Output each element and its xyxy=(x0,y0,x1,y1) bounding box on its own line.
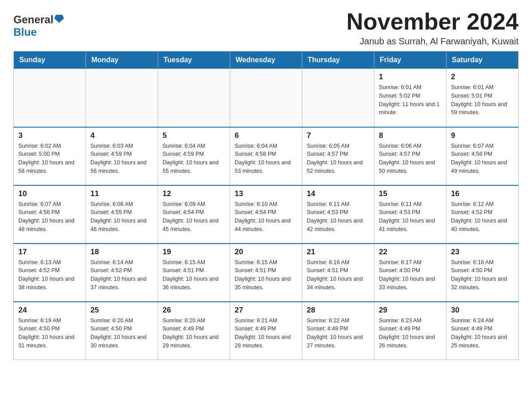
day-number: 14 xyxy=(307,189,369,198)
calendar-day-cell: 27Sunrise: 6:21 AMSunset: 4:49 PMDayligh… xyxy=(230,302,302,360)
day-number: 2 xyxy=(451,73,514,81)
calendar-week-row: 1Sunrise: 6:01 AMSunset: 5:02 PMDaylight… xyxy=(14,69,519,127)
calendar-day-cell: 15Sunrise: 6:11 AMSunset: 4:53 PMDayligh… xyxy=(374,185,446,244)
day-number: 5 xyxy=(163,131,225,140)
calendar-day-cell: 10Sunrise: 6:07 AMSunset: 4:56 PMDayligh… xyxy=(14,185,86,244)
day-info: Sunrise: 6:10 AMSunset: 4:54 PMDaylight:… xyxy=(235,200,297,234)
day-info: Sunrise: 6:02 AMSunset: 5:00 PMDaylight:… xyxy=(18,142,81,176)
day-info: Sunrise: 6:04 AMSunset: 4:58 PMDaylight:… xyxy=(235,142,297,176)
calendar-week-row: 10Sunrise: 6:07 AMSunset: 4:56 PMDayligh… xyxy=(14,185,519,244)
calendar-day-cell xyxy=(86,69,158,127)
calendar-day-cell: 1Sunrise: 6:01 AMSunset: 5:02 PMDaylight… xyxy=(374,69,446,127)
day-info: Sunrise: 6:07 AMSunset: 4:56 PMDaylight:… xyxy=(18,200,81,234)
calendar-week-row: 3Sunrise: 6:02 AMSunset: 5:00 PMDaylight… xyxy=(14,127,519,185)
day-number: 9 xyxy=(451,131,514,140)
day-number: 25 xyxy=(90,306,153,315)
calendar-day-cell: 19Sunrise: 6:15 AMSunset: 4:51 PMDayligh… xyxy=(158,244,230,302)
day-number: 24 xyxy=(18,306,81,315)
calendar-day-cell: 22Sunrise: 6:17 AMSunset: 4:50 PMDayligh… xyxy=(374,244,446,302)
day-info: Sunrise: 6:14 AMSunset: 4:52 PMDaylight:… xyxy=(90,258,153,292)
calendar-day-cell xyxy=(14,69,86,127)
calendar-day-cell: 24Sunrise: 6:19 AMSunset: 4:50 PMDayligh… xyxy=(14,302,86,360)
calendar-table: SundayMondayTuesdayWednesdayThursdayFrid… xyxy=(13,51,519,360)
calendar-day-cell: 29Sunrise: 6:23 AMSunset: 4:49 PMDayligh… xyxy=(374,302,446,360)
day-info: Sunrise: 6:03 AMSunset: 4:59 PMDaylight:… xyxy=(90,142,153,176)
day-number: 23 xyxy=(451,248,514,257)
day-number: 16 xyxy=(451,189,514,198)
calendar-day-header: Sunday xyxy=(14,51,86,69)
day-number: 22 xyxy=(379,248,442,257)
calendar-day-header: Friday xyxy=(374,51,446,69)
month-title: November 2024 xyxy=(347,9,519,34)
calendar-day-cell: 18Sunrise: 6:14 AMSunset: 4:52 PMDayligh… xyxy=(86,244,158,302)
day-number: 28 xyxy=(307,306,369,315)
day-info: Sunrise: 6:08 AMSunset: 4:55 PMDaylight:… xyxy=(90,200,153,234)
day-info: Sunrise: 6:15 AMSunset: 4:51 PMDaylight:… xyxy=(163,258,225,292)
day-number: 6 xyxy=(235,131,297,140)
page-header: General Blue November 2024 Janub as Surr… xyxy=(13,9,519,47)
day-number: 30 xyxy=(451,306,514,315)
calendar-day-header: Monday xyxy=(86,51,158,69)
calendar-day-cell: 13Sunrise: 6:10 AMSunset: 4:54 PMDayligh… xyxy=(230,185,302,244)
day-info: Sunrise: 6:15 AMSunset: 4:51 PMDaylight:… xyxy=(235,258,297,292)
logo-blue-text: Blue xyxy=(13,26,37,39)
calendar-day-cell: 17Sunrise: 6:13 AMSunset: 4:52 PMDayligh… xyxy=(14,244,86,302)
day-info: Sunrise: 6:04 AMSunset: 4:59 PMDaylight:… xyxy=(163,142,225,176)
calendar-day-cell: 30Sunrise: 6:24 AMSunset: 4:49 PMDayligh… xyxy=(446,302,519,360)
day-info: Sunrise: 6:24 AMSunset: 4:49 PMDaylight:… xyxy=(451,317,514,350)
svg-marker-0 xyxy=(54,15,64,23)
calendar-day-cell: 8Sunrise: 6:06 AMSunset: 4:57 PMDaylight… xyxy=(374,127,446,185)
day-info: Sunrise: 6:07 AMSunset: 4:56 PMDaylight:… xyxy=(451,142,514,176)
day-info: Sunrise: 6:13 AMSunset: 4:52 PMDaylight:… xyxy=(18,258,81,292)
location-title: Janub as Surrah, Al Farwaniyah, Kuwait xyxy=(347,36,519,47)
calendar-day-cell xyxy=(158,69,230,127)
day-info: Sunrise: 6:01 AMSunset: 5:01 PMDaylight:… xyxy=(451,83,514,117)
day-number: 7 xyxy=(307,131,369,140)
day-info: Sunrise: 6:23 AMSunset: 4:49 PMDaylight:… xyxy=(379,317,442,350)
calendar-day-cell: 26Sunrise: 6:20 AMSunset: 4:49 PMDayligh… xyxy=(158,302,230,360)
calendar-header-row: SundayMondayTuesdayWednesdayThursdayFrid… xyxy=(14,51,519,69)
calendar-day-header: Wednesday xyxy=(230,51,302,69)
calendar-day-header: Saturday xyxy=(446,51,519,69)
calendar-day-cell: 6Sunrise: 6:04 AMSunset: 4:58 PMDaylight… xyxy=(230,127,302,185)
logo-general-text: General xyxy=(13,13,53,26)
title-block: November 2024 Janub as Surrah, Al Farwan… xyxy=(347,9,519,47)
day-info: Sunrise: 6:20 AMSunset: 4:49 PMDaylight:… xyxy=(163,317,225,350)
day-info: Sunrise: 6:01 AMSunset: 5:02 PMDaylight:… xyxy=(379,83,442,117)
day-info: Sunrise: 6:22 AMSunset: 4:49 PMDaylight:… xyxy=(307,317,369,350)
day-number: 12 xyxy=(163,189,225,198)
calendar-day-cell xyxy=(302,69,374,127)
day-info: Sunrise: 6:06 AMSunset: 4:57 PMDaylight:… xyxy=(379,142,442,176)
calendar-day-cell: 21Sunrise: 6:16 AMSunset: 4:51 PMDayligh… xyxy=(302,244,374,302)
calendar-day-header: Tuesday xyxy=(158,51,230,69)
day-number: 18 xyxy=(90,248,153,257)
day-number: 13 xyxy=(235,189,297,198)
day-info: Sunrise: 6:17 AMSunset: 4:50 PMDaylight:… xyxy=(379,258,442,292)
day-info: Sunrise: 6:12 AMSunset: 4:52 PMDaylight:… xyxy=(451,200,514,234)
logo: General Blue xyxy=(13,9,64,39)
logo-arrow-icon xyxy=(54,14,64,24)
calendar-day-cell: 16Sunrise: 6:12 AMSunset: 4:52 PMDayligh… xyxy=(446,185,519,244)
day-info: Sunrise: 6:20 AMSunset: 4:50 PMDaylight:… xyxy=(90,317,153,350)
calendar-week-row: 24Sunrise: 6:19 AMSunset: 4:50 PMDayligh… xyxy=(14,302,519,360)
calendar-day-cell: 14Sunrise: 6:11 AMSunset: 4:53 PMDayligh… xyxy=(302,185,374,244)
calendar-day-cell: 12Sunrise: 6:09 AMSunset: 4:54 PMDayligh… xyxy=(158,185,230,244)
day-number: 21 xyxy=(307,248,369,257)
day-number: 29 xyxy=(379,306,442,315)
calendar-day-cell: 4Sunrise: 6:03 AMSunset: 4:59 PMDaylight… xyxy=(86,127,158,185)
day-number: 1 xyxy=(379,73,442,81)
calendar-day-cell: 2Sunrise: 6:01 AMSunset: 5:01 PMDaylight… xyxy=(446,69,519,127)
calendar-day-cell: 20Sunrise: 6:15 AMSunset: 4:51 PMDayligh… xyxy=(230,244,302,302)
day-number: 26 xyxy=(163,306,225,315)
calendar-day-header: Thursday xyxy=(302,51,374,69)
day-number: 15 xyxy=(379,189,442,198)
calendar-day-cell: 23Sunrise: 6:18 AMSunset: 4:50 PMDayligh… xyxy=(446,244,519,302)
day-number: 8 xyxy=(379,131,442,140)
calendar-day-cell: 5Sunrise: 6:04 AMSunset: 4:59 PMDaylight… xyxy=(158,127,230,185)
day-number: 20 xyxy=(235,248,297,257)
day-info: Sunrise: 6:21 AMSunset: 4:49 PMDaylight:… xyxy=(235,317,297,350)
day-number: 27 xyxy=(235,306,297,315)
calendar-day-cell xyxy=(230,69,302,127)
day-info: Sunrise: 6:11 AMSunset: 4:53 PMDaylight:… xyxy=(379,200,442,234)
day-info: Sunrise: 6:11 AMSunset: 4:53 PMDaylight:… xyxy=(307,200,369,234)
